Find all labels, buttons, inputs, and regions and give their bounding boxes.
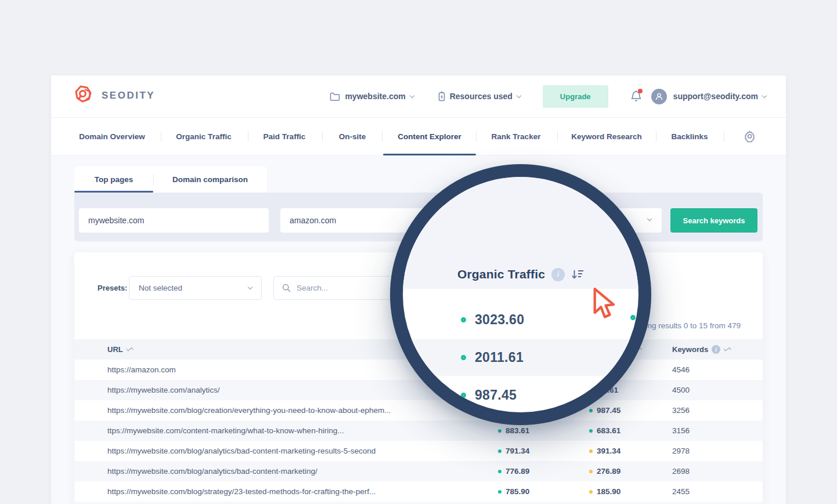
url-cell: https://mywebsite.com/blog/strategy/23-t…	[107, 481, 376, 502]
header-right: mywebsite.com Resources used Upgrade	[330, 75, 766, 117]
search-keywords-button[interactable]: Search keywords	[670, 208, 757, 233]
chevron-down-icon	[647, 216, 652, 221]
nav-divider	[322, 131, 323, 142]
nav-tab-backlinks[interactable]: Backlinks	[671, 132, 708, 141]
paid-traffic-cell: 987.45	[589, 400, 620, 420]
nav-tab-paid-traffic[interactable]: Paid Traffic	[264, 132, 306, 141]
subtab-top-pages[interactable]: Top pages	[74, 166, 153, 193]
subtab-domain-comparison[interactable]: Domain comparison	[153, 166, 267, 193]
status-ring-icon	[498, 490, 502, 494]
nav-divider	[248, 131, 248, 142]
table-row[interactable]	[74, 502, 763, 504]
url-cell: https://mywebsite.com/blog/analytics/bad…	[107, 461, 318, 481]
subtab-divider	[153, 174, 154, 185]
magnified-value: 3023.60	[475, 312, 524, 328]
keywords-cell: 3156	[672, 420, 690, 441]
resources-label: Resources used	[450, 92, 513, 101]
paid-traffic-cell: 391.34	[589, 441, 620, 461]
table-row[interactable]: https://mywebsite.com/blog/creation/ever…	[74, 400, 763, 420]
settings-gear-icon[interactable]	[744, 130, 756, 143]
table-row[interactable]: https://mywebsite.com/blog/analytics/bad…	[74, 441, 763, 461]
paid-traffic-cell: 185.90	[589, 481, 620, 502]
status-ring-icon	[461, 393, 466, 398]
notification-dot	[638, 89, 643, 93]
status-ring-icon	[589, 470, 593, 473]
notifications-bell[interactable]	[630, 90, 642, 103]
chevron-down-icon	[517, 93, 521, 97]
paid-traffic-cell: 683.61	[589, 420, 620, 441]
page: SEODITY mywebsite.com Resources used	[0, 0, 837, 504]
nav-tab-domain-overview[interactable]: Domain Overview	[79, 132, 145, 141]
url-cell: https://mywebsite.com/blog/creation/ever…	[107, 400, 391, 420]
nav-divider	[161, 131, 161, 142]
magnified-value-row: 987.45	[461, 385, 517, 405]
main-nav: Domain OverviewOrganic TrafficPaid Traff…	[51, 117, 786, 155]
magnified-value: 2011.61	[475, 350, 524, 365]
url-cell: https://mywebsite.com/blog/analytics/bad…	[107, 441, 376, 461]
table-row[interactable]: ttps://mywebsite.com/content-marketing/w…	[74, 420, 763, 441]
status-ring-icon	[498, 470, 502, 473]
keywords-cell: 2978	[672, 441, 690, 461]
nav-divider	[382, 131, 383, 142]
magnified-value-row: 3023.60	[461, 310, 524, 329]
keywords-cell: 3256	[672, 400, 690, 420]
subtab-items: Top pagesDomain comparison	[74, 166, 267, 193]
magnified-value: 987.45	[475, 387, 517, 403]
paid-traffic-cell: 276.89	[589, 461, 620, 481]
status-ring-icon	[630, 315, 636, 320]
nav-tab-organic-traffic[interactable]: Organic Traffic	[176, 132, 231, 141]
resources-used-selector[interactable]: Resources used	[438, 91, 521, 101]
status-ring-icon	[461, 355, 466, 360]
chevron-down-icon	[762, 93, 767, 97]
nav-tab-on-site[interactable]: On-site	[339, 132, 366, 141]
nav-tab-content-explorer[interactable]: Content Explorer	[398, 132, 461, 141]
magnified-value-row: 2011.61	[461, 347, 524, 367]
account-menu[interactable]: support@seodity.com	[673, 92, 766, 101]
project-name: mywebsite.com	[345, 92, 405, 101]
url-cell: https://mywebsite.com/analytics/	[107, 380, 220, 400]
account-email: support@seodity.com	[673, 92, 758, 101]
nav-tab-keyword-research[interactable]: Keyword Research	[571, 132, 642, 141]
nav-divider	[724, 131, 724, 142]
folder-icon	[330, 92, 340, 101]
brand-logo: SEODITY	[73, 85, 155, 107]
nav-tab-rank-tracker[interactable]: Rank Tracker	[492, 132, 541, 141]
status-ring-icon	[589, 409, 593, 412]
chevron-down-icon	[409, 93, 414, 97]
url-cell: https://amazon.com	[107, 360, 176, 380]
mouse-pointer-icon	[591, 288, 620, 320]
project-selector[interactable]: mywebsite.com	[330, 92, 413, 101]
nav-divider	[557, 131, 558, 142]
keywords-cell: 4546	[672, 360, 690, 380]
keywords-cell: 2455	[672, 481, 690, 502]
keywords-cell: 2698	[672, 461, 690, 481]
table-row[interactable]: https://mywebsite.com/blog/strategy/23-t…	[74, 481, 763, 502]
top-header: SEODITY mywebsite.com Resources used	[51, 75, 786, 117]
nav-divider	[656, 131, 656, 142]
table-row[interactable]: https://mywebsite.com/blog/analytics/bad…	[74, 461, 763, 481]
upgrade-button[interactable]: Upgrade	[543, 85, 608, 108]
status-ring-icon	[498, 449, 502, 453]
keywords-cell: 4500	[672, 380, 690, 400]
seodity-logo-icon	[73, 85, 94, 107]
table-row[interactable]: https://mywebsite.com/analytics/11.61450…	[74, 380, 763, 400]
url-cell: ttps://mywebsite.com/content-marketing/w…	[107, 420, 344, 441]
brand-name: SEODITY	[102, 90, 155, 101]
organic-traffic-cell: 776.89	[498, 461, 529, 481]
status-ring-icon	[589, 449, 593, 453]
status-ring-icon	[589, 490, 593, 494]
battery-icon	[438, 91, 445, 101]
main-nav-items: Domain OverviewOrganic TrafficPaid Traff…	[51, 118, 786, 155]
organic-traffic-cell: 785.90	[498, 481, 529, 502]
status-ring-icon	[589, 429, 593, 433]
status-ring-icon	[498, 429, 502, 433]
organic-traffic-cell: 791.34	[498, 441, 529, 461]
status-ring-icon	[461, 317, 466, 322]
domain-input[interactable]	[79, 208, 269, 233]
user-avatar[interactable]	[651, 89, 667, 104]
subtabs-card: Top pagesDomain comparison	[74, 166, 267, 193]
nav-divider	[476, 131, 477, 142]
